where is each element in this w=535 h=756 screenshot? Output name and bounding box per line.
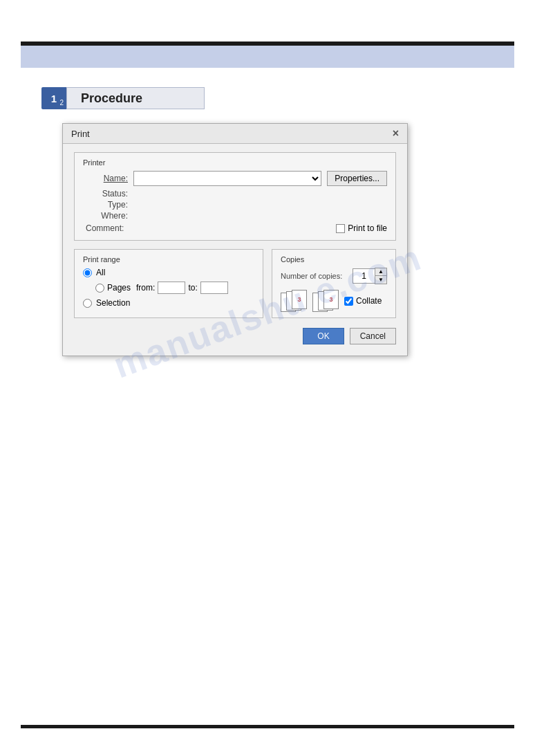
selection-radio[interactable] — [83, 299, 92, 308]
copies-spinner: ▲ ▼ — [353, 268, 387, 284]
from-input[interactable] — [158, 282, 185, 294]
spinner-up[interactable]: ▲ — [375, 268, 386, 276]
pages-radio[interactable] — [95, 284, 104, 293]
cancel-button[interactable]: Cancel — [350, 328, 396, 344]
comment-label: Comment: — [83, 223, 124, 233]
collate-checkbox[interactable] — [344, 297, 353, 306]
procedure-section: 1 2 Procedure — [41, 87, 494, 109]
print-range-group: Print range All Pages from: to: — [74, 249, 263, 318]
close-button[interactable]: × — [393, 128, 399, 139]
type-label: Type: — [83, 200, 128, 210]
name-label: Name: — [83, 174, 128, 183]
procedure-heading: 1 2 Procedure — [41, 87, 494, 109]
copies-group: Copies Number of copies: ▲ ▼ — [272, 249, 396, 318]
dialog-buttons: OK Cancel — [74, 328, 396, 344]
spinner-down[interactable]: ▼ — [375, 276, 386, 284]
printer-select[interactable] — [133, 171, 321, 186]
collate-label[interactable]: Collate — [344, 296, 382, 306]
where-row: Where: — [83, 211, 387, 221]
dialog-title: Print — [71, 129, 90, 139]
all-radio-row: All — [83, 268, 254, 277]
pages-row: Pages from: to: — [83, 282, 254, 294]
status-label: Status: — [83, 189, 128, 199]
dialog-body: Printer Name: Properties... Status: Type… — [63, 144, 407, 356]
print-range-label: Print range — [83, 255, 254, 264]
all-radio[interactable] — [83, 268, 92, 277]
printer-name-row: Name: Properties... — [83, 171, 387, 186]
print-to-file-checkbox[interactable] — [336, 224, 345, 233]
where-label: Where: — [83, 211, 128, 221]
copies-input[interactable] — [353, 268, 375, 284]
page-card-3a: 3 — [292, 290, 307, 309]
print-dialog: Print × Printer Name: Properties... Stat… — [62, 123, 408, 356]
procedure-title: Procedure — [66, 87, 205, 109]
printer-group: Printer Name: Properties... Status: Type… — [74, 152, 396, 241]
bottom-section: Print range All Pages from: to: — [74, 249, 396, 318]
number-of-copies-label: Number of copies: — [281, 272, 348, 280]
spinner-arrows: ▲ ▼ — [375, 268, 387, 284]
header-band — [21, 46, 514, 68]
status-row: Status: — [83, 189, 387, 199]
type-row: Type: — [83, 200, 387, 210]
to-input[interactable] — [200, 282, 228, 294]
copies-number-row: Number of copies: ▲ ▼ — [281, 268, 387, 284]
collate-row: 1 2 3 1 2 3 Collate — [281, 290, 387, 312]
copies-group-label: Copies — [281, 255, 387, 264]
ok-button[interactable]: OK — [303, 328, 344, 344]
properties-button[interactable]: Properties... — [327, 171, 387, 186]
print-to-file-row: Comment: Print to file — [83, 223, 387, 233]
printer-group-label: Printer — [83, 158, 387, 167]
bottom-bar — [21, 725, 514, 728]
dialog-container: Print × Printer Name: Properties... Stat… — [62, 123, 473, 356]
print-to-file-label[interactable]: Print to file — [336, 223, 387, 233]
selection-radio-row: Selection — [83, 298, 254, 308]
collate-stack-1: 1 2 3 — [281, 290, 307, 312]
collate-stack-2: 1 2 3 — [312, 290, 339, 312]
procedure-badge: 1 2 — [41, 87, 66, 109]
dialog-titlebar: Print × — [63, 124, 407, 144]
page-card-3b: 3 — [323, 290, 339, 309]
